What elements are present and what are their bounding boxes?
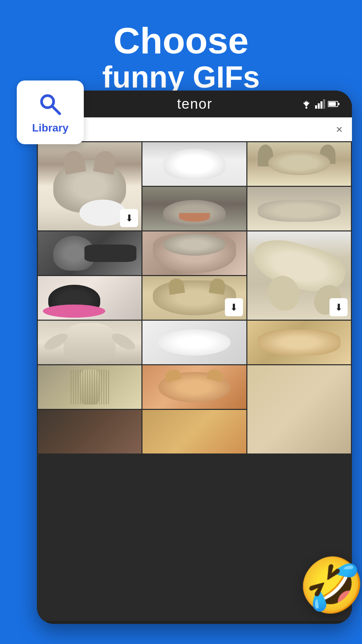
laughing-emoji: 🤣 — [298, 554, 362, 617]
gif-item[interactable] — [38, 410, 141, 453]
signal-icon — [315, 99, 325, 109]
svg-rect-9 — [323, 99, 325, 109]
gif-item[interactable] — [247, 142, 351, 186]
gif-grid: ⬇ — [37, 141, 352, 621]
search-clear-button[interactable]: × — [336, 123, 343, 136]
gif-item[interactable] — [247, 187, 351, 230]
gif-item[interactable] — [142, 142, 246, 186]
gif-item[interactable] — [247, 365, 351, 453]
battery-icon — [328, 101, 340, 107]
download-button-1[interactable]: ⬇ — [120, 209, 138, 227]
gif-item[interactable] — [38, 231, 141, 275]
gif-item[interactable] — [142, 365, 246, 409]
svg-rect-8 — [320, 101, 322, 109]
tenor-logo: tenor — [177, 96, 213, 112]
svg-rect-6 — [315, 105, 317, 109]
download-icon: ⬇ — [230, 302, 238, 313]
gif-item[interactable] — [247, 321, 351, 364]
svg-point-5 — [305, 107, 307, 109]
gif-item[interactable]: ⬇ — [247, 231, 351, 320]
gif-item[interactable] — [142, 410, 246, 453]
svg-rect-7 — [318, 103, 320, 109]
gif-item[interactable] — [38, 276, 141, 320]
gif-item[interactable] — [38, 365, 141, 409]
download-icon: ⬇ — [125, 213, 133, 224]
gif-item[interactable]: ⬇ — [38, 142, 141, 230]
download-button-3[interactable]: ⬇ — [225, 298, 243, 316]
phone-topbar: tenor — [37, 91, 352, 117]
gif-item[interactable] — [38, 321, 141, 364]
svg-marker-4 — [306, 101, 307, 101]
wifi-icon — [300, 99, 312, 109]
header-title-choose: Choose — [113, 20, 248, 61]
svg-rect-11 — [328, 102, 336, 106]
gif-item[interactable] — [142, 231, 246, 275]
download-icon: ⬇ — [335, 302, 343, 313]
download-button-2[interactable]: ⬇ — [329, 298, 348, 316]
search-library-icon — [37, 91, 64, 118]
gif-item[interactable] — [142, 187, 246, 230]
status-icons — [300, 99, 340, 109]
search-bar[interactable]: cat × — [37, 117, 352, 141]
library-button[interactable]: Library — [17, 80, 84, 144]
library-label: Library — [32, 122, 68, 134]
phone-mockup: tenor cat — [37, 91, 352, 624]
gif-item[interactable] — [142, 321, 246, 364]
gif-item[interactable]: ⬇ — [142, 276, 246, 320]
svg-line-1 — [52, 106, 60, 114]
svg-rect-12 — [338, 103, 340, 105]
